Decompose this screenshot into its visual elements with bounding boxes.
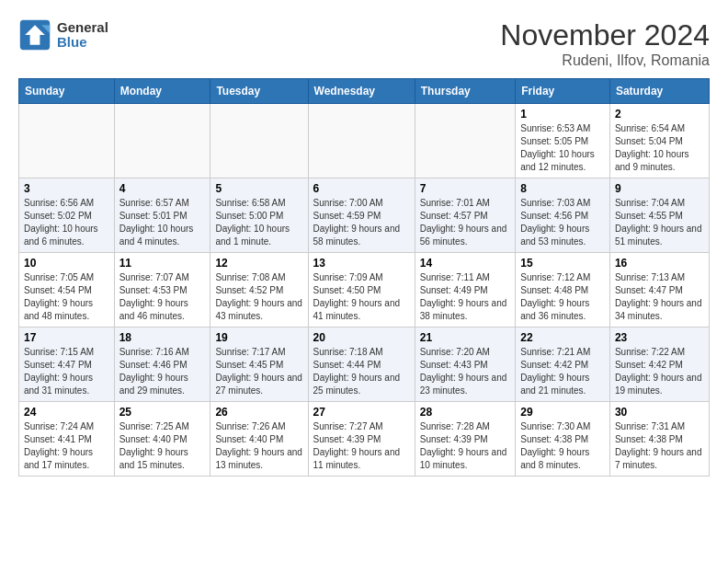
day-number: 29 [520, 406, 605, 419]
day-number: 10 [24, 257, 109, 270]
calendar-cell [19, 104, 115, 178]
day-number: 27 [313, 406, 410, 419]
calendar-cell: 23Sunrise: 7:22 AM Sunset: 4:42 PM Dayli… [609, 327, 709, 402]
day-number: 17 [24, 331, 109, 344]
day-number: 19 [215, 331, 302, 344]
day-number: 14 [420, 257, 510, 270]
calendar-cell: 11Sunrise: 7:07 AM Sunset: 4:53 PM Dayli… [114, 253, 210, 327]
calendar-cell: 24Sunrise: 7:24 AM Sunset: 4:41 PM Dayli… [19, 402, 115, 477]
day-info: Sunrise: 7:13 AM Sunset: 4:47 PM Dayligh… [615, 271, 704, 323]
column-header-saturday: Saturday [609, 79, 709, 104]
calendar-cell: 5Sunrise: 6:58 AM Sunset: 5:00 PM Daylig… [210, 178, 308, 253]
day-number: 20 [313, 331, 410, 344]
calendar-cell: 17Sunrise: 7:15 AM Sunset: 4:47 PM Dayli… [19, 327, 115, 402]
calendar-week-row: 10Sunrise: 7:05 AM Sunset: 4:54 PM Dayli… [19, 253, 710, 327]
day-info: Sunrise: 6:53 AM Sunset: 5:05 PM Dayligh… [520, 122, 605, 174]
calendar-week-row: 24Sunrise: 7:24 AM Sunset: 4:41 PM Dayli… [19, 402, 710, 477]
calendar-cell: 20Sunrise: 7:18 AM Sunset: 4:44 PM Dayli… [308, 327, 415, 402]
column-header-monday: Monday [114, 79, 210, 104]
calendar-cell: 10Sunrise: 7:05 AM Sunset: 4:54 PM Dayli… [19, 253, 115, 327]
calendar-cell: 25Sunrise: 7:25 AM Sunset: 4:40 PM Dayli… [114, 402, 210, 477]
day-info: Sunrise: 7:28 AM Sunset: 4:39 PM Dayligh… [420, 420, 510, 472]
day-info: Sunrise: 7:08 AM Sunset: 4:52 PM Dayligh… [215, 271, 302, 323]
calendar-cell: 14Sunrise: 7:11 AM Sunset: 4:49 PM Dayli… [415, 253, 515, 327]
day-info: Sunrise: 7:24 AM Sunset: 4:41 PM Dayligh… [24, 420, 109, 472]
calendar-cell: 7Sunrise: 7:01 AM Sunset: 4:57 PM Daylig… [415, 178, 515, 253]
day-info: Sunrise: 7:20 AM Sunset: 4:43 PM Dayligh… [420, 346, 510, 397]
day-number: 28 [420, 406, 510, 419]
day-number: 12 [215, 257, 302, 270]
day-info: Sunrise: 7:22 AM Sunset: 4:42 PM Dayligh… [615, 346, 704, 397]
logo-icon [18, 18, 51, 52]
day-info: Sunrise: 7:01 AM Sunset: 4:57 PM Dayligh… [420, 197, 510, 248]
day-info: Sunrise: 7:07 AM Sunset: 4:53 PM Dayligh… [119, 271, 206, 323]
column-header-tuesday: Tuesday [210, 79, 308, 104]
calendar-cell: 28Sunrise: 7:28 AM Sunset: 4:39 PM Dayli… [415, 402, 515, 477]
location: Rudeni, Ilfov, Romania [500, 52, 710, 69]
calendar-cell: 18Sunrise: 7:16 AM Sunset: 4:46 PM Dayli… [114, 327, 210, 402]
calendar-cell [210, 104, 308, 178]
month-title: November 2024 [500, 18, 710, 52]
logo-text: General Blue [57, 20, 108, 51]
day-number: 2 [615, 108, 704, 121]
day-info: Sunrise: 7:27 AM Sunset: 4:39 PM Dayligh… [313, 420, 410, 472]
calendar-cell [114, 104, 210, 178]
calendar-cell: 8Sunrise: 7:03 AM Sunset: 4:56 PM Daylig… [516, 178, 610, 253]
day-info: Sunrise: 7:30 AM Sunset: 4:38 PM Dayligh… [520, 420, 605, 472]
day-info: Sunrise: 7:18 AM Sunset: 4:44 PM Dayligh… [313, 346, 410, 397]
calendar-cell: 1Sunrise: 6:53 AM Sunset: 5:05 PM Daylig… [516, 104, 610, 178]
column-header-friday: Friday [516, 79, 610, 104]
day-info: Sunrise: 6:58 AM Sunset: 5:00 PM Dayligh… [215, 197, 302, 248]
day-number: 9 [615, 182, 704, 195]
calendar-cell: 19Sunrise: 7:17 AM Sunset: 4:45 PM Dayli… [210, 327, 308, 402]
calendar-cell: 30Sunrise: 7:31 AM Sunset: 4:38 PM Dayli… [609, 402, 709, 477]
column-header-sunday: Sunday [19, 79, 115, 104]
column-header-wednesday: Wednesday [308, 79, 415, 104]
day-number: 6 [313, 182, 410, 195]
column-header-thursday: Thursday [415, 79, 515, 104]
calendar-cell: 21Sunrise: 7:20 AM Sunset: 4:43 PM Dayli… [415, 327, 515, 402]
day-info: Sunrise: 6:54 AM Sunset: 5:04 PM Dayligh… [615, 122, 704, 174]
day-info: Sunrise: 7:11 AM Sunset: 4:49 PM Dayligh… [420, 271, 510, 323]
day-info: Sunrise: 7:04 AM Sunset: 4:55 PM Dayligh… [615, 197, 704, 248]
day-number: 7 [420, 182, 510, 195]
day-info: Sunrise: 7:12 AM Sunset: 4:48 PM Dayligh… [520, 271, 605, 323]
calendar-cell: 22Sunrise: 7:21 AM Sunset: 4:42 PM Dayli… [516, 327, 610, 402]
calendar-week-row: 1Sunrise: 6:53 AM Sunset: 5:05 PM Daylig… [19, 104, 710, 178]
day-number: 25 [119, 406, 206, 419]
day-info: Sunrise: 6:56 AM Sunset: 5:02 PM Dayligh… [24, 197, 109, 248]
day-number: 24 [24, 406, 109, 419]
calendar-cell: 12Sunrise: 7:08 AM Sunset: 4:52 PM Dayli… [210, 253, 308, 327]
calendar-cell: 27Sunrise: 7:27 AM Sunset: 4:39 PM Dayli… [308, 402, 415, 477]
day-info: Sunrise: 7:16 AM Sunset: 4:46 PM Dayligh… [119, 346, 206, 397]
logo-blue: Blue [57, 34, 87, 50]
calendar-cell: 9Sunrise: 7:04 AM Sunset: 4:55 PM Daylig… [609, 178, 709, 253]
calendar-week-row: 3Sunrise: 6:56 AM Sunset: 5:02 PM Daylig… [19, 178, 710, 253]
day-info: Sunrise: 7:31 AM Sunset: 4:38 PM Dayligh… [615, 420, 704, 472]
calendar-cell: 13Sunrise: 7:09 AM Sunset: 4:50 PM Dayli… [308, 253, 415, 327]
day-info: Sunrise: 7:21 AM Sunset: 4:42 PM Dayligh… [520, 346, 605, 397]
day-number: 1 [520, 108, 605, 121]
day-info: Sunrise: 7:15 AM Sunset: 4:47 PM Dayligh… [24, 346, 109, 397]
calendar-header-row: SundayMondayTuesdayWednesdayThursdayFrid… [19, 79, 710, 104]
day-number: 26 [215, 406, 302, 419]
day-number: 8 [520, 182, 605, 195]
day-number: 22 [520, 331, 605, 344]
day-info: Sunrise: 7:26 AM Sunset: 4:40 PM Dayligh… [215, 420, 302, 472]
day-info: Sunrise: 7:09 AM Sunset: 4:50 PM Dayligh… [313, 271, 410, 323]
day-number: 18 [119, 331, 206, 344]
day-info: Sunrise: 7:25 AM Sunset: 4:40 PM Dayligh… [119, 420, 206, 472]
day-number: 15 [520, 257, 605, 270]
calendar-cell: 29Sunrise: 7:30 AM Sunset: 4:38 PM Dayli… [516, 402, 610, 477]
title-block: November 2024 Rudeni, Ilfov, Romania [500, 18, 710, 69]
day-number: 16 [615, 257, 704, 270]
day-info: Sunrise: 6:57 AM Sunset: 5:01 PM Dayligh… [119, 197, 206, 248]
calendar-cell: 2Sunrise: 6:54 AM Sunset: 5:04 PM Daylig… [609, 104, 709, 178]
calendar-cell: 3Sunrise: 6:56 AM Sunset: 5:02 PM Daylig… [19, 178, 115, 253]
day-info: Sunrise: 7:00 AM Sunset: 4:59 PM Dayligh… [313, 197, 410, 248]
day-info: Sunrise: 7:17 AM Sunset: 4:45 PM Dayligh… [215, 346, 302, 397]
calendar-cell: 6Sunrise: 7:00 AM Sunset: 4:59 PM Daylig… [308, 178, 415, 253]
logo-general: General [57, 19, 108, 35]
day-info: Sunrise: 7:05 AM Sunset: 4:54 PM Dayligh… [24, 271, 109, 323]
day-number: 23 [615, 331, 704, 344]
